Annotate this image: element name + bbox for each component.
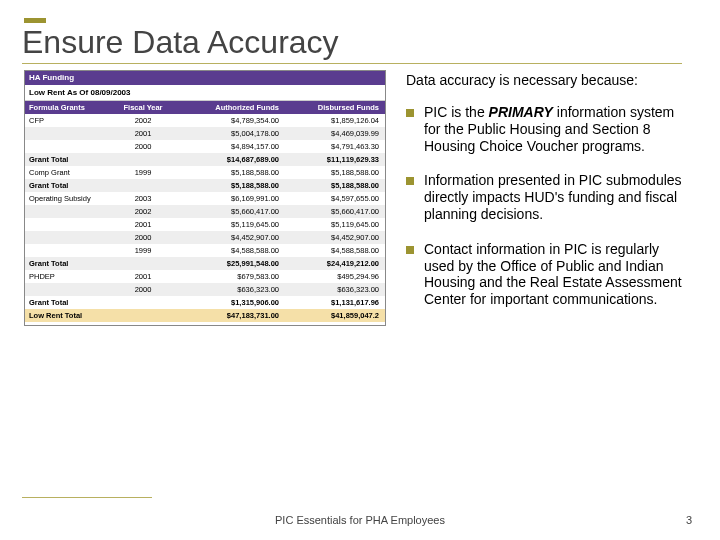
title-accent	[24, 18, 46, 23]
cell: 2002	[113, 114, 173, 127]
table-colhead: Formula Grants Fiscal Year Authorized Fu…	[25, 101, 385, 114]
cell: $14,687,689.00	[173, 153, 283, 166]
table-header: HA Funding	[25, 71, 385, 85]
cell: Operating Subsidy	[25, 192, 113, 205]
cell: $24,419,212.00	[283, 257, 383, 270]
cell: Grant Total	[25, 153, 113, 166]
table-row: 2000$4,894,157.00$4,791,463.30	[25, 140, 385, 153]
footer-text: PIC Essentials for PHA Employees	[0, 514, 720, 526]
cell: 2001	[113, 218, 173, 231]
funding-table: HA Funding Low Rent As Of 08/09/2003 For…	[24, 70, 386, 326]
cell: $47,183,731.00	[173, 309, 283, 322]
cell: 1999	[113, 166, 173, 179]
cell: $679,583.00	[173, 270, 283, 283]
cell	[113, 179, 173, 192]
cell: 2003	[113, 192, 173, 205]
cell	[25, 205, 113, 218]
cell	[25, 218, 113, 231]
table-subheader: Low Rent As Of 08/09/2003	[25, 85, 385, 102]
cell	[113, 153, 173, 166]
cell: 2000	[113, 283, 173, 296]
cell	[25, 140, 113, 153]
cell: $4,588,588.00	[173, 244, 283, 257]
cell: $11,119,629.33	[283, 153, 383, 166]
cell: CFP	[25, 114, 113, 127]
cell: $1,315,906.00	[173, 296, 283, 309]
cell: PHDEP	[25, 270, 113, 283]
col-disbursed: Disbursed Funds	[283, 101, 383, 114]
square-bullet-icon	[406, 177, 414, 185]
cell: $4,894,157.00	[173, 140, 283, 153]
cell: $4,789,354.00	[173, 114, 283, 127]
table-row: Grant Total$14,687,689.00$11,119,629.33	[25, 153, 385, 166]
table-row: 2002$5,660,417.00$5,660,417.00	[25, 205, 385, 218]
cell: $5,119,645.00	[283, 218, 383, 231]
cell	[25, 127, 113, 140]
bullet-item: Contact information in PIC is regularly …	[406, 241, 690, 308]
cell: $4,597,655.00	[283, 192, 383, 205]
cell: Grant Total	[25, 257, 113, 270]
bullet-item: PIC is the PRIMARY information system fo…	[406, 104, 690, 154]
title-underline	[22, 63, 682, 64]
cell	[25, 283, 113, 296]
cell: $1,131,617.96	[283, 296, 383, 309]
page-number: 3	[686, 514, 692, 526]
cell: $5,660,417.00	[283, 205, 383, 218]
bullet-text: Contact information in PIC is regularly …	[424, 241, 690, 308]
table-row: 1999$4,588,588.00$4,588,588.00	[25, 244, 385, 257]
cell: Grant Total	[25, 179, 113, 192]
cell: 2000	[113, 231, 173, 244]
cell: $4,791,463.30	[283, 140, 383, 153]
square-bullet-icon	[406, 246, 414, 254]
bullet-list: PIC is the PRIMARY information system fo…	[406, 104, 690, 308]
table-row: 2001$5,004,178.00$4,469,039.99	[25, 127, 385, 140]
table-row: Grant Total$25,991,548.00$24,419,212.00	[25, 257, 385, 270]
table-row: PHDEP2001$679,583.00$495,294.96	[25, 270, 385, 283]
cell: $4,452,907.00	[173, 231, 283, 244]
square-bullet-icon	[406, 109, 414, 117]
cell: 2000	[113, 140, 173, 153]
slide: Ensure Data Accuracy HA Funding Low Rent…	[0, 0, 720, 326]
cell: Low Rent Total	[25, 309, 113, 322]
cell: 2001	[113, 270, 173, 283]
cell: $4,452,907.00	[283, 231, 383, 244]
cell	[25, 231, 113, 244]
cell: $5,188,588.00	[283, 179, 383, 192]
cell: $1,859,126.04	[283, 114, 383, 127]
col-formula-grants: Formula Grants	[25, 101, 113, 114]
cell: 2002	[113, 205, 173, 218]
intro-text: Data accuracy is necessary because:	[406, 72, 690, 88]
cell: $5,188,588.00	[173, 166, 283, 179]
cell: $5,188,588.00	[173, 179, 283, 192]
cell: $4,469,039.99	[283, 127, 383, 140]
table-row: 2000$636,323.00$636,323.00	[25, 283, 385, 296]
bullet-item: Information presented in PIC submodules …	[406, 172, 690, 222]
cell: $636,323.00	[173, 283, 283, 296]
table-row: Grant Total$5,188,588.00$5,188,588.00	[25, 179, 385, 192]
content-row: HA Funding Low Rent As Of 08/09/2003 For…	[24, 70, 696, 326]
cell	[113, 257, 173, 270]
table-row: 2001$5,119,645.00$5,119,645.00	[25, 218, 385, 231]
cell: 2001	[113, 127, 173, 140]
cell: $5,660,417.00	[173, 205, 283, 218]
table-row: 2000$4,452,907.00$4,452,907.00	[25, 231, 385, 244]
cell	[25, 244, 113, 257]
footer-rule	[22, 497, 152, 498]
slide-title: Ensure Data Accuracy	[22, 24, 694, 61]
cell: 1999	[113, 244, 173, 257]
bullet-text: PIC is the PRIMARY information system fo…	[424, 104, 690, 154]
cell: $495,294.96	[283, 270, 383, 283]
cell: Grant Total	[25, 296, 113, 309]
text-column: Data accuracy is necessary because: PIC …	[406, 70, 696, 326]
table-row: Operating Subsidy2003$6,169,991.00$4,597…	[25, 192, 385, 205]
cell: $5,004,178.00	[173, 127, 283, 140]
table-row: Comp Grant1999$5,188,588.00$5,188,588.00	[25, 166, 385, 179]
cell: $4,588,588.00	[283, 244, 383, 257]
cell: $41,859,047.2	[283, 309, 383, 322]
cell	[113, 296, 173, 309]
table-row: CFP2002$4,789,354.00$1,859,126.04	[25, 114, 385, 127]
cell: Comp Grant	[25, 166, 113, 179]
table-body: CFP2002$4,789,354.00$1,859,126.042001$5,…	[25, 114, 385, 322]
cell	[113, 309, 173, 322]
bullet-text: Information presented in PIC submodules …	[424, 172, 690, 222]
